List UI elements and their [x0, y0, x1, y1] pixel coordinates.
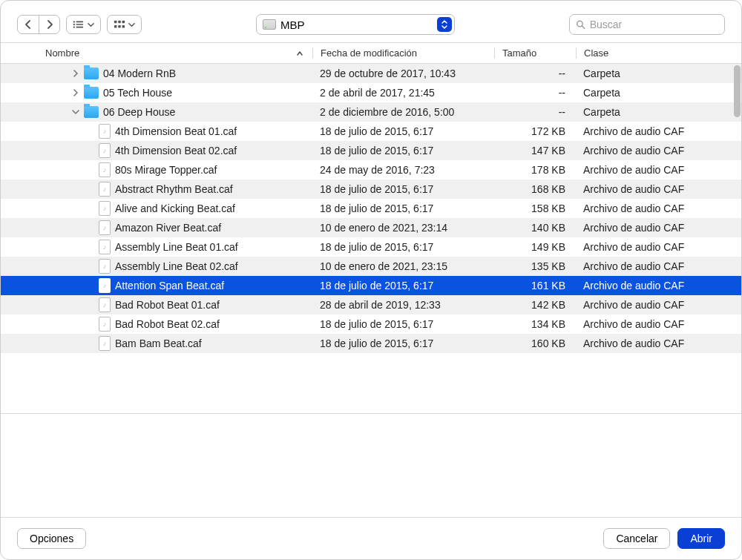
file-row[interactable]: ♪Bad Robot Beat 02.caf18 de julio de 201… [1, 314, 741, 334]
folder-row[interactable]: 06 Deep House2 de diciembre de 2016, 5:0… [1, 102, 741, 122]
disclosure-triangle[interactable] [72, 108, 79, 116]
row-kind: Carpeta [576, 87, 741, 99]
audio-file-icon: ♪ [99, 240, 111, 254]
header-kind-label: Clase [584, 47, 608, 59]
row-size: -- [494, 106, 576, 118]
view-grid-button[interactable] [107, 15, 142, 34]
row-date: 18 de julio de 2015, 6:17 [312, 145, 494, 157]
chevron-left-icon [24, 20, 33, 29]
svg-rect-11 [122, 25, 125, 28]
row-date: 18 de julio de 2015, 6:17 [312, 125, 494, 137]
row-date: 18 de julio de 2015, 6:17 [312, 241, 494, 253]
row-name: Amazon River Beat.caf [115, 222, 221, 234]
svg-point-2 [73, 24, 75, 25]
svg-rect-8 [122, 21, 125, 24]
row-size: 178 KB [494, 164, 576, 176]
row-kind: Archivo de audio CAF [576, 202, 741, 214]
options-label: Opciones [30, 533, 73, 544]
file-row[interactable]: ♪Amazon River Beat.caf10 de enero de 202… [1, 218, 741, 237]
file-row[interactable]: ♪4th Dimension Beat 01.caf18 de julio de… [1, 122, 741, 141]
row-kind: Archivo de audio CAF [576, 260, 741, 272]
view-list-button[interactable] [66, 15, 101, 34]
chevron-right-icon [45, 20, 54, 29]
row-kind: Archivo de audio CAF [576, 318, 741, 330]
row-date: 18 de julio de 2015, 6:17 [312, 318, 494, 330]
audio-file-icon: ♪ [99, 220, 111, 235]
cancel-label: Cancelar [616, 533, 657, 544]
file-row[interactable]: ♪Abstract Rhythm Beat.caf18 de julio de … [1, 179, 741, 199]
row-size: -- [494, 87, 576, 99]
scrollbar[interactable] [734, 65, 741, 117]
audio-file-icon: ♪ [99, 162, 111, 177]
header-date[interactable]: Fecha de modificación [312, 47, 494, 59]
row-name: Bad Robot Beat 01.caf [115, 299, 220, 311]
file-list[interactable]: 04 Modern RnB29 de octubre de 2017, 10:4… [1, 64, 741, 413]
sort-asc-icon [296, 50, 303, 57]
forward-button[interactable] [39, 16, 59, 33]
header-date-label: Fecha de modificación [321, 47, 417, 59]
row-kind: Carpeta [576, 67, 741, 79]
search-input[interactable] [590, 19, 718, 30]
svg-rect-10 [118, 25, 121, 28]
audio-file-icon: ♪ [99, 317, 111, 332]
row-name: Assembly Line Beat 01.caf [115, 241, 238, 253]
file-row[interactable]: ♪Assembly Line Beat 01.caf18 de julio de… [1, 237, 741, 257]
row-size: 149 KB [494, 241, 576, 253]
disclosure-triangle[interactable] [72, 89, 79, 96]
row-name: Assembly Line Beat 02.caf [115, 260, 238, 272]
list-icon [73, 19, 85, 30]
svg-rect-3 [76, 24, 83, 25]
file-row[interactable]: ♪Bam Bam Beat.caf18 de julio de 2015, 6:… [1, 334, 741, 353]
row-kind: Archivo de audio CAF [576, 145, 741, 157]
file-row[interactable]: ♪Assembly Line Beat 02.caf10 de enero de… [1, 257, 741, 276]
row-name: 05 Tech House [103, 87, 172, 99]
disclosure-triangle[interactable] [72, 70, 79, 77]
row-date: 29 de octubre de 2017, 10:43 [312, 67, 494, 79]
open-button[interactable]: Abrir [677, 528, 725, 549]
location-popup[interactable]: MBP [256, 14, 455, 35]
header-size-label: Tamaño [502, 47, 536, 59]
cancel-button[interactable]: Cancelar [603, 528, 670, 549]
file-row[interactable]: ♪Bad Robot Beat 01.caf28 de abril de 201… [1, 295, 741, 314]
folder-row[interactable]: 05 Tech House2 de abril de 2017, 21:45--… [1, 83, 741, 102]
file-row[interactable]: ♪4th Dimension Beat 02.caf18 de julio de… [1, 141, 741, 160]
file-row[interactable]: ♪Alive and Kicking Beat.caf18 de julio d… [1, 199, 741, 218]
row-name: Attention Span Beat.caf [115, 280, 224, 291]
row-date: 24 de may de 2016, 7:23 [312, 164, 494, 176]
svg-rect-5 [76, 27, 83, 28]
row-date: 10 de enero de 2021, 23:15 [312, 260, 494, 272]
options-button[interactable]: Opciones [17, 528, 86, 549]
svg-point-4 [73, 26, 75, 27]
svg-rect-1 [76, 22, 83, 23]
back-button[interactable] [18, 16, 39, 33]
row-date: 18 de julio de 2015, 6:17 [312, 183, 494, 195]
audio-file-icon: ♪ [99, 297, 111, 312]
row-date: 2 de abril de 2017, 21:45 [312, 87, 494, 99]
row-size: 147 KB [494, 145, 576, 157]
file-row[interactable]: ♪80s Mirage Topper.caf24 de may de 2016,… [1, 160, 741, 179]
folder-icon [84, 87, 99, 99]
svg-point-0 [73, 21, 75, 22]
row-date: 18 de julio de 2015, 6:17 [312, 202, 494, 214]
row-name: Alive and Kicking Beat.caf [115, 202, 235, 214]
header-name[interactable]: Nombre [1, 47, 312, 59]
folder-icon [84, 67, 99, 79]
preview-area [1, 413, 741, 517]
chevron-down-icon [128, 22, 135, 28]
row-date: 28 de abril de 2019, 12:33 [312, 299, 494, 311]
row-date: 2 de diciembre de 2016, 5:00 [312, 106, 494, 118]
row-kind: Archivo de audio CAF [576, 280, 741, 291]
audio-file-icon: ♪ [99, 259, 111, 274]
row-name: Abstract Rhythm Beat.caf [115, 183, 233, 195]
file-row[interactable]: ♪Attention Span Beat.caf18 de julio de 2… [1, 276, 741, 295]
header-kind[interactable]: Clase [576, 47, 741, 59]
row-kind: Archivo de audio CAF [576, 241, 741, 253]
bottom-bar: Opciones Cancelar Abrir [1, 517, 741, 559]
folder-row[interactable]: 04 Modern RnB29 de octubre de 2017, 10:4… [1, 64, 741, 83]
search-field[interactable] [569, 14, 725, 35]
row-kind: Archivo de audio CAF [576, 183, 741, 195]
row-size: 160 KB [494, 337, 576, 349]
row-date: 10 de enero de 2021, 23:14 [312, 222, 494, 234]
open-label: Abrir [690, 533, 712, 544]
header-size[interactable]: Tamaño [494, 47, 576, 59]
